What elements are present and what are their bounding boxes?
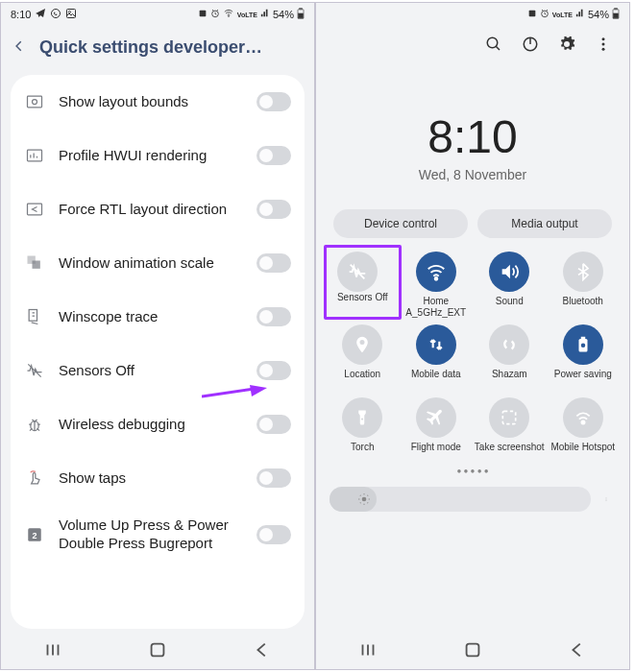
svg-point-30: [602, 43, 605, 46]
row-wireless-debug[interactable]: Wireless debugging: [11, 397, 305, 451]
toggle[interactable]: [256, 525, 291, 544]
svg-point-42: [606, 500, 607, 501]
toggle[interactable]: [256, 92, 291, 111]
tile-power-saving[interactable]: Power saving: [547, 324, 621, 392]
tile-shazam[interactable]: Shazam: [473, 324, 547, 392]
status-bar: 8:10 VoLTE 54%: [1, 3, 314, 26]
status-time: 8:10: [11, 9, 31, 20]
svg-rect-14: [33, 261, 40, 269]
row-show-taps[interactable]: Show taps: [11, 451, 305, 505]
tile-flight-mode[interactable]: Flight mode: [400, 397, 474, 465]
row-bugreport[interactable]: 2 Volume Up Press & Power Double Press B…: [11, 505, 305, 564]
tile-bluetooth[interactable]: Bluetooth: [547, 252, 621, 319]
page-indicator: ● ● ● ● ●: [316, 467, 629, 475]
brightness-fill: [330, 487, 377, 512]
svg-point-2: [69, 12, 71, 13]
tile-screenshot[interactable]: Take screenshot: [473, 397, 547, 465]
tile-torch[interactable]: Torch: [326, 397, 400, 465]
qs-date: Wed, 8 November: [316, 167, 629, 182]
tile-label: Sound: [496, 296, 524, 319]
signal-icon: [575, 9, 585, 20]
svg-point-35: [581, 344, 586, 348]
settings-header: Quick settings developer…: [1, 26, 314, 75]
power-icon[interactable]: [522, 36, 539, 57]
svg-rect-3: [199, 11, 206, 17]
svg-point-41: [606, 499, 607, 500]
row-force-rtl[interactable]: Force RTL layout direction: [11, 182, 305, 236]
tile-sound[interactable]: Sound: [473, 252, 547, 319]
search-icon[interactable]: [485, 36, 502, 57]
brightness-slider[interactable]: [330, 487, 616, 512]
trace-icon: [24, 306, 45, 327]
torch-icon: [342, 397, 382, 438]
battery-percent: 54%: [273, 9, 294, 20]
toggle[interactable]: [256, 307, 291, 326]
toggle[interactable]: [256, 361, 291, 380]
nfc-icon: [198, 9, 208, 20]
wifi-icon: [223, 9, 234, 20]
toggle[interactable]: [256, 146, 291, 165]
row-label: Sensors Off: [59, 362, 243, 380]
bars-icon: [24, 145, 45, 166]
airplane-icon: [416, 397, 456, 438]
recents-button[interactable]: [42, 639, 63, 664]
brightness-track[interactable]: [330, 487, 591, 512]
row-window-animation[interactable]: Window animation scale: [11, 236, 305, 290]
svg-rect-15: [29, 310, 37, 322]
battery-icon: [612, 8, 620, 21]
device-control-button[interactable]: Device control: [333, 209, 468, 238]
sound-icon: [489, 252, 529, 292]
svg-marker-21: [250, 385, 267, 396]
svg-line-20: [202, 389, 255, 396]
annotation-arrow: [202, 385, 269, 402]
tile-wifi[interactable]: Home A_5GHz_EXT: [400, 252, 474, 319]
home-button[interactable]: [462, 639, 483, 664]
qs-top-icons: [316, 26, 629, 64]
tile-hotspot[interactable]: Mobile Hotspot: [547, 397, 621, 465]
toggle[interactable]: [256, 468, 291, 488]
row-label: Wireless debugging: [59, 416, 243, 434]
gallery-icon: [65, 8, 77, 21]
svg-rect-1: [67, 10, 76, 18]
svg-point-40: [606, 498, 607, 499]
home-button[interactable]: [147, 639, 168, 664]
back-button[interactable]: [252, 639, 273, 664]
svg-point-29: [602, 37, 605, 40]
row-profile-hwui[interactable]: Profile HWUI rendering: [11, 129, 305, 182]
mobile-data-icon: [416, 324, 456, 365]
row-label: Show taps: [59, 469, 243, 488]
more-icon[interactable]: [595, 36, 612, 57]
svg-point-32: [434, 277, 437, 280]
svg-text:2: 2: [32, 531, 37, 540]
nav-bar: [316, 635, 629, 669]
tile-label: Shazam: [492, 369, 527, 392]
windows-icon: [24, 252, 45, 274]
svg-point-27: [487, 37, 498, 48]
toggle[interactable]: [256, 200, 291, 219]
toggle[interactable]: [256, 415, 291, 434]
tile-mobile-data[interactable]: Mobile data: [400, 324, 474, 392]
svg-rect-8: [299, 13, 304, 18]
tile-location[interactable]: Location: [326, 324, 400, 392]
qs-clock: 8:10 Wed, 8 November: [316, 110, 629, 182]
back-icon[interactable]: [12, 39, 26, 57]
alarm-icon: [540, 9, 550, 20]
gear-icon[interactable]: [558, 36, 575, 57]
tap-icon: [24, 468, 45, 489]
svg-point-10: [33, 100, 37, 105]
tile-sensors-off[interactable]: Sensors Off: [326, 252, 400, 319]
recents-button[interactable]: [357, 639, 379, 664]
back-button[interactable]: [567, 639, 588, 664]
svg-rect-25: [615, 9, 617, 10]
row-layout-bounds[interactable]: Show layout bounds: [11, 75, 305, 129]
svg-rect-26: [614, 13, 619, 18]
brightness-more-icon[interactable]: [597, 490, 616, 509]
media-output-button[interactable]: Media output: [477, 209, 612, 238]
bluetooth-icon: [563, 252, 603, 292]
toggle[interactable]: [256, 253, 291, 273]
tile-label: Mobile data: [411, 369, 461, 392]
qs-grid: Sensors Off Home A_5GHz_EXT Sound Blueto…: [316, 238, 629, 465]
hotspot-icon: [563, 397, 603, 438]
svg-rect-11: [28, 150, 42, 161]
row-winscope[interactable]: Winscope trace: [11, 290, 305, 344]
